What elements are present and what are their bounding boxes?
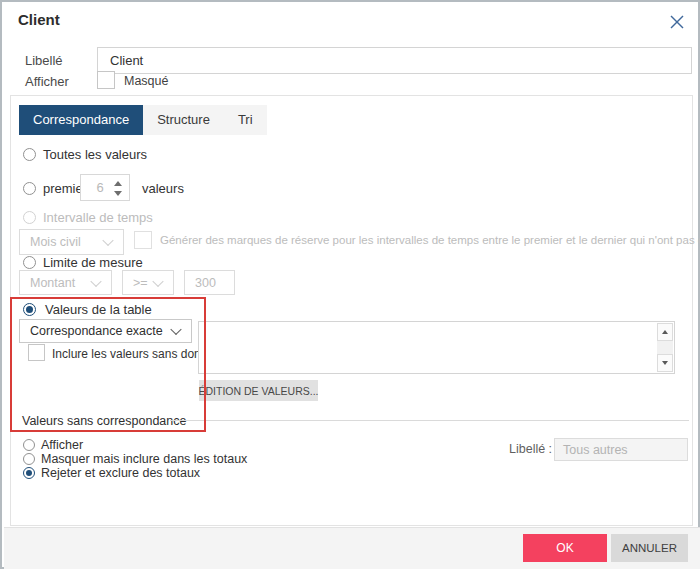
mois-civil-value: Mois civil <box>30 235 81 249</box>
radio-rejeter[interactable] <box>23 467 35 479</box>
chevron-down-icon <box>90 275 101 286</box>
correspondance-exacte-value: Correspondance exacte <box>30 324 163 338</box>
radio-toutes-valeurs[interactable] <box>23 148 36 161</box>
scrollbar-track[interactable] <box>657 341 673 354</box>
valeurs-suffix-label: valeurs <box>142 181 184 196</box>
chevron-down-icon <box>152 275 163 286</box>
limite-mesure-label: Limite de mesure <box>43 255 143 270</box>
radio-premier[interactable] <box>23 182 36 195</box>
afficher-option-label: Afficher <box>41 438 83 452</box>
edition-valeurs-button[interactable]: ÉDITION DE VALEURS... <box>199 380 318 401</box>
sans-correspondance-header: Valeurs sans correspondance <box>22 414 186 428</box>
inclure-checkbox[interactable] <box>28 344 45 361</box>
libelle-label: Libellé <box>25 53 63 68</box>
values-listbox[interactable] <box>198 321 675 374</box>
radio-masquer[interactable] <box>23 453 35 465</box>
scroll-up-icon[interactable] <box>657 323 673 341</box>
limite-value-input[interactable]: 300 <box>184 270 235 295</box>
tab-structure[interactable]: Structure <box>143 105 224 135</box>
libelle-autres-label: Libellé : <box>509 442 552 456</box>
tous-autres-input[interactable]: Tous autres <box>554 438 688 461</box>
operator-value: >= <box>133 276 148 290</box>
premier-value: 6 <box>96 180 103 195</box>
masquer-option-label: Masquer mais inclure dans les totaux <box>41 452 247 466</box>
afficher-label: Afficher <box>25 74 69 89</box>
radio-afficher[interactable] <box>23 439 35 451</box>
listbox-scrollbar[interactable] <box>657 323 673 372</box>
chevron-down-icon <box>170 324 181 335</box>
spinner-arrows-icon[interactable] <box>114 181 122 196</box>
chevron-down-icon <box>102 235 113 246</box>
tab-bar: Correspondance Structure Tri <box>19 105 267 135</box>
client-dialog: Client Libellé Client Afficher Masqué Co… <box>0 0 700 569</box>
toutes-valeurs-label: Toutes les valeurs <box>43 147 147 162</box>
rejeter-option-label: Rejeter et exclure des totaux <box>41 466 200 480</box>
radio-intervalle-temps[interactable] <box>23 211 36 224</box>
tab-tri[interactable]: Tri <box>224 105 267 135</box>
close-icon[interactable] <box>667 12 687 32</box>
tab-correspondance[interactable]: Correspondance <box>19 105 143 135</box>
montant-value: Montant <box>30 276 75 290</box>
mois-civil-select[interactable]: Mois civil <box>19 229 124 255</box>
scroll-down-icon[interactable] <box>657 354 673 372</box>
generer-label: Générer des marques de réserve pour les … <box>160 234 700 246</box>
dialog-title: Client <box>18 11 60 28</box>
operator-select[interactable]: >= <box>122 270 174 295</box>
intervalle-temps-label: Intervalle de temps <box>43 210 153 225</box>
radio-limite-mesure[interactable] <box>23 256 36 269</box>
libelle-input[interactable]: Client <box>97 47 692 74</box>
radio-valeurs-table[interactable] <box>23 303 36 316</box>
ok-button[interactable]: OK <box>523 534 607 562</box>
premier-spinner[interactable]: 6 <box>80 174 130 201</box>
section-divider <box>170 420 689 421</box>
generer-checkbox[interactable] <box>134 231 152 249</box>
montant-select[interactable]: Montant <box>19 270 112 295</box>
masque-checkbox[interactable] <box>97 71 115 89</box>
valeurs-table-label: Valeurs de la table <box>45 302 152 317</box>
annuler-button[interactable]: ANNULER <box>611 534 688 562</box>
masque-label: Masqué <box>124 74 168 88</box>
correspondance-exacte-select[interactable]: Correspondance exacte <box>19 319 192 343</box>
